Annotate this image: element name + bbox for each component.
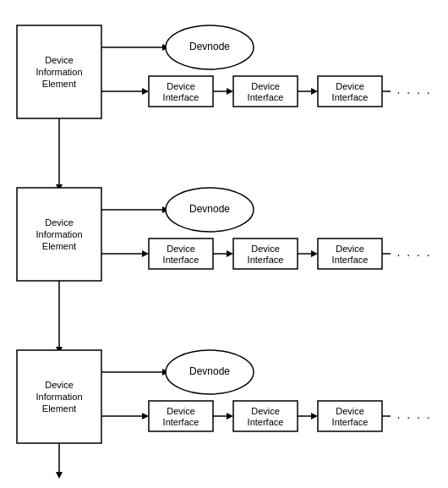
info-element-label-2b: Information bbox=[36, 229, 82, 239]
arrow-3-1-to-3-2 bbox=[227, 413, 233, 419]
interface-label-2-2b: Interface bbox=[248, 255, 284, 265]
interface-label-3-3b: Interface bbox=[332, 417, 369, 427]
diagram-container: Device Information Element Devnode Devic… bbox=[0, 0, 448, 488]
arrow-to-interfaces-3 bbox=[142, 413, 149, 419]
info-element-label-3a: Device bbox=[45, 380, 74, 390]
dots-2: · · · · bbox=[396, 248, 431, 261]
interface-label-2-2a: Device bbox=[251, 244, 280, 254]
arrow-1-1-to-1-2 bbox=[227, 88, 233, 95]
interface-label-1-2a: Device bbox=[251, 81, 280, 91]
info-element-label-1c: Element bbox=[42, 79, 76, 89]
devnode-label-3: Devnode bbox=[189, 365, 230, 377]
interface-label-1-1a: Device bbox=[167, 81, 195, 91]
devnode-label-2: Devnode bbox=[189, 203, 230, 215]
interface-label-1-3a: Device bbox=[336, 81, 364, 91]
dots-3: · · · · bbox=[396, 410, 431, 424]
arrow-to-interfaces-2 bbox=[142, 250, 149, 257]
devnode-label-1: Devnode bbox=[189, 41, 230, 52]
interface-label-2-3a: Device bbox=[336, 244, 364, 254]
arrow-1-2-to-1-3 bbox=[311, 88, 318, 95]
interface-label-1-3b: Interface bbox=[332, 92, 369, 102]
arrow-2-2-to-2-3 bbox=[311, 250, 318, 257]
info-element-label-2c: Element bbox=[42, 241, 76, 251]
info-element-label-1: Device bbox=[45, 55, 74, 65]
interface-label-1-1b: Interface bbox=[163, 92, 199, 102]
arrow-to-interfaces-1 bbox=[142, 88, 149, 95]
interface-label-3-1a: Device bbox=[167, 406, 195, 416]
interface-label-2-1b: Interface bbox=[163, 255, 199, 265]
interface-label-3-2b: Interface bbox=[248, 417, 284, 427]
dots-1: · · · · bbox=[396, 85, 431, 99]
arrow-2-1-to-2-2 bbox=[227, 250, 233, 257]
arrow-3-2-to-3-3 bbox=[311, 413, 318, 419]
interface-label-3-1b: Interface bbox=[163, 417, 199, 427]
interface-label-2-1a: Device bbox=[167, 244, 195, 254]
interface-label-3-3a: Device bbox=[336, 406, 364, 416]
info-element-label-3c: Element bbox=[42, 403, 76, 414]
interface-label-3-2a: Device bbox=[251, 406, 280, 416]
interface-label-2-3b: Interface bbox=[332, 255, 369, 265]
info-element-label-1b: Information bbox=[36, 67, 82, 77]
info-element-label-3b: Information bbox=[36, 392, 82, 402]
interface-label-1-2b: Interface bbox=[248, 92, 284, 102]
info-element-label-2a: Device bbox=[45, 217, 74, 228]
arrow-down-3-continued bbox=[56, 472, 63, 479]
